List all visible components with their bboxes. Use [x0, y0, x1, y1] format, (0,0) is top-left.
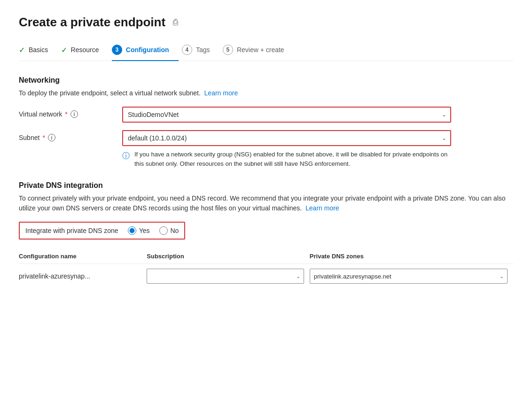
- step-configuration[interactable]: 3 Configuration: [112, 45, 179, 61]
- step-resource-check: ✓: [61, 46, 67, 54]
- row-config-name: privatelink-azuresynap...: [19, 264, 147, 289]
- virtual-network-dropdown-wrapper: StudioDemoVNet ⌄: [122, 107, 451, 123]
- sep-2: [109, 46, 112, 59]
- dns-no-radio[interactable]: [159, 226, 168, 235]
- dns-title: Private DNS integration: [19, 181, 513, 190]
- step-configuration-label: Configuration: [126, 46, 169, 54]
- subnet-row: Subnet * i default (10.1.0.0/24) ⌄ ⓘ If …: [19, 130, 513, 168]
- dns-table: Configuration name Subscription Private …: [19, 249, 513, 288]
- integrate-label: Integrate with private DNS zone: [25, 227, 118, 234]
- step-basics-label: Basics: [29, 46, 48, 54]
- col-name-header: Configuration name: [19, 249, 147, 264]
- dns-no-label: No: [171, 227, 179, 234]
- steps-nav: ✓ Basics ✓ Resource 3 Configuration 4 Ta…: [19, 45, 513, 61]
- dns-zone-dropdown-wrapper: privatelink.azuresynapse.net ⌄: [310, 269, 508, 284]
- print-icon[interactable]: ⎙: [173, 17, 178, 27]
- networking-section: Networking To deploy the private endpoin…: [19, 76, 513, 168]
- step-basics[interactable]: ✓ Basics: [19, 46, 57, 60]
- row-dns-zone: privatelink.azuresynapse.net ⌄: [310, 264, 513, 289]
- step-configuration-circle: 3: [112, 45, 122, 55]
- sep-4: [219, 46, 223, 59]
- subscription-dropdown[interactable]: [147, 269, 304, 284]
- col-sub-header: Subscription: [147, 249, 310, 264]
- step-tags-circle: 4: [182, 45, 192, 55]
- table-row: privatelink-azuresynap... ⌄ privatelink.…: [19, 264, 513, 289]
- step-review-circle: 5: [223, 45, 233, 55]
- subnet-dropdown[interactable]: default (10.1.0.0/24): [122, 130, 451, 146]
- subnet-info-icon[interactable]: i: [48, 134, 55, 141]
- virtual-network-dropdown[interactable]: StudioDemoVNet: [122, 107, 451, 123]
- dns-yes-label: Yes: [139, 227, 150, 234]
- col-zone-header: Private DNS zones: [310, 249, 513, 264]
- row-subscription: ⌄: [147, 264, 310, 289]
- dns-section: Private DNS integration To connect priva…: [19, 181, 513, 288]
- subnet-dropdown-wrapper: default (10.1.0.0/24) ⌄: [122, 130, 451, 146]
- nsg-info-box: ⓘ If you have a network security group (…: [122, 150, 451, 168]
- dns-zone-dropdown[interactable]: privatelink.azuresynapse.net: [310, 269, 508, 284]
- virtual-network-row: Virtual network * i StudioDemoVNet ⌄: [19, 107, 513, 123]
- vnet-required-star: *: [65, 110, 67, 118]
- nsg-info-icon: ⓘ: [122, 150, 130, 168]
- step-tags-label: Tags: [196, 46, 210, 54]
- dns-no-option[interactable]: No: [159, 226, 179, 235]
- dns-yes-option[interactable]: Yes: [128, 226, 150, 235]
- subnet-control: default (10.1.0.0/24) ⌄ ⓘ If you have a …: [122, 130, 451, 168]
- page-title-area: Create a private endpoint ⎙: [19, 15, 513, 30]
- networking-learn-more[interactable]: Learn more: [204, 89, 238, 97]
- networking-desc: To deploy the private endpoint, select a…: [19, 88, 513, 98]
- vnet-info-icon[interactable]: i: [70, 110, 78, 118]
- virtual-network-control: StudioDemoVNet ⌄: [122, 107, 451, 123]
- networking-title: Networking: [19, 76, 513, 85]
- virtual-network-label: Virtual network * i: [19, 107, 122, 118]
- dns-radio-group: Yes No: [128, 226, 179, 235]
- dns-integrate-row: Integrate with private DNS zone Yes No: [19, 222, 185, 240]
- step-resource[interactable]: ✓ Resource: [61, 46, 109, 60]
- step-review[interactable]: 5 Review + create: [223, 45, 294, 61]
- step-tags[interactable]: 4 Tags: [182, 45, 219, 61]
- step-basics-check: ✓: [19, 46, 25, 54]
- step-resource-label: Resource: [71, 46, 99, 54]
- sep-3: [179, 46, 182, 59]
- dns-yes-radio[interactable]: [128, 226, 136, 235]
- subscription-dropdown-wrapper: ⌄: [147, 269, 304, 284]
- dns-desc: To connect privately with your private e…: [19, 194, 513, 213]
- subnet-required-star: *: [42, 134, 45, 141]
- step-review-label: Review + create: [237, 46, 284, 54]
- subnet-label: Subnet * i: [19, 130, 122, 141]
- page-title: Create a private endpoint: [19, 15, 165, 30]
- nsg-info-text: If you have a network security group (NS…: [134, 150, 451, 168]
- dns-learn-more[interactable]: Learn more: [305, 204, 339, 212]
- sep-1: [57, 46, 61, 59]
